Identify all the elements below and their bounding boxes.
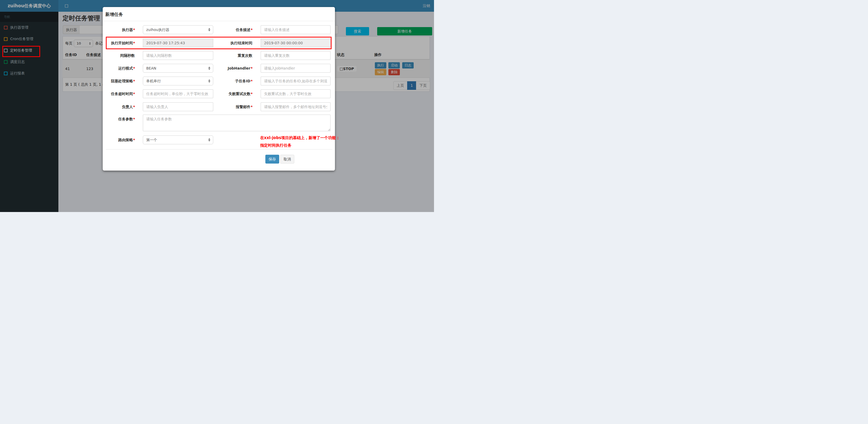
fail-retry-label: 失败重试次数* xyxy=(216,91,253,96)
required-asterisk: * xyxy=(251,105,253,109)
repeat-count-input[interactable] xyxy=(261,51,331,60)
executor-select[interactable]: zuihou执行器 xyxy=(143,25,213,34)
block-strategy-select[interactable]: 单机串行 xyxy=(143,76,213,86)
interval-label: 间隔秒数 xyxy=(103,53,135,58)
alarm-email-label: 报警邮件* xyxy=(216,104,253,109)
select-arrows-icon xyxy=(208,79,210,83)
required-asterisk: * xyxy=(133,79,135,83)
jobhandler-label: JobHandler* xyxy=(216,66,253,71)
job-param-label: 任务参数* xyxy=(103,117,135,122)
child-jobid-label: 子任务ID* xyxy=(216,78,253,84)
job-desc-label: 任务描述* xyxy=(216,27,253,32)
annotation-note-line1: 在xxl-jobs项目的基础上，新增了一个功能： xyxy=(260,134,340,142)
annotation-note: 在xxl-jobs项目的基础上，新增了一个功能： 指定时间执行任务 xyxy=(260,134,340,149)
annotation-note-line2: 指定时间执行任务 xyxy=(260,142,340,149)
executor-select-value: zuihou执行器 xyxy=(146,28,169,32)
run-mode-label: 运行模式* xyxy=(103,66,135,71)
required-asterisk: * xyxy=(251,92,253,96)
required-asterisk: * xyxy=(251,79,253,83)
interval-input[interactable] xyxy=(143,51,213,60)
required-asterisk: * xyxy=(251,28,253,32)
author-label: 负责人* xyxy=(103,104,135,109)
route-strategy-select[interactable]: 第一个 xyxy=(143,135,213,144)
required-asterisk: * xyxy=(133,41,135,45)
required-asterisk: * xyxy=(133,117,135,121)
author-input[interactable] xyxy=(143,102,213,111)
required-asterisk: * xyxy=(251,66,253,70)
run-mode-select-value: BEAN xyxy=(146,66,156,70)
timeout-label: 任务超时时间* xyxy=(103,91,135,96)
required-asterisk: * xyxy=(133,138,135,142)
job-desc-input[interactable] xyxy=(261,25,331,34)
select-arrows-icon xyxy=(208,138,210,141)
cancel-button[interactable]: 取消 xyxy=(280,155,294,164)
block-strategy-select-value: 单机串行 xyxy=(146,79,161,83)
alarm-email-input[interactable] xyxy=(261,102,331,111)
save-button[interactable]: 保存 xyxy=(265,155,279,164)
timeout-input[interactable] xyxy=(143,89,213,98)
route-strategy-select-value: 第一个 xyxy=(146,138,157,142)
add-task-modal: 新增任务 执行器* zuihou执行器 任务描述* 执行开始时间* 执行结束时间… xyxy=(103,7,335,171)
app-window: zuihou任务调度中心 □ 注销 导航 执行器管理 Cron任务管理 定时任务… xyxy=(0,0,434,212)
modal-footer-divider xyxy=(106,149,332,150)
start-time-input[interactable] xyxy=(143,38,213,47)
select-arrows-icon xyxy=(208,28,210,31)
end-time-input[interactable] xyxy=(261,38,331,47)
run-mode-select[interactable]: BEAN xyxy=(143,64,213,73)
route-strategy-label: 路由策略* xyxy=(103,137,135,142)
required-asterisk: * xyxy=(133,28,135,32)
modal-title: 新增任务 xyxy=(105,11,123,18)
job-param-textarea[interactable] xyxy=(143,115,331,131)
jobhandler-input[interactable] xyxy=(261,64,331,73)
block-strategy-label: 阻塞处理策略* xyxy=(103,78,135,84)
modal-header-divider xyxy=(103,21,335,21)
fail-retry-input[interactable] xyxy=(261,89,331,98)
repeat-count-label: 重复次数 xyxy=(216,53,253,58)
select-arrows-icon xyxy=(208,67,210,70)
required-asterisk: * xyxy=(133,92,135,96)
required-asterisk: * xyxy=(133,66,135,70)
start-time-label: 执行开始时间* xyxy=(103,40,135,45)
child-jobid-input[interactable] xyxy=(261,76,331,86)
required-asterisk: * xyxy=(133,105,135,109)
end-time-label: 执行结束时间 xyxy=(216,40,253,45)
executor-label: 执行器* xyxy=(103,27,135,32)
